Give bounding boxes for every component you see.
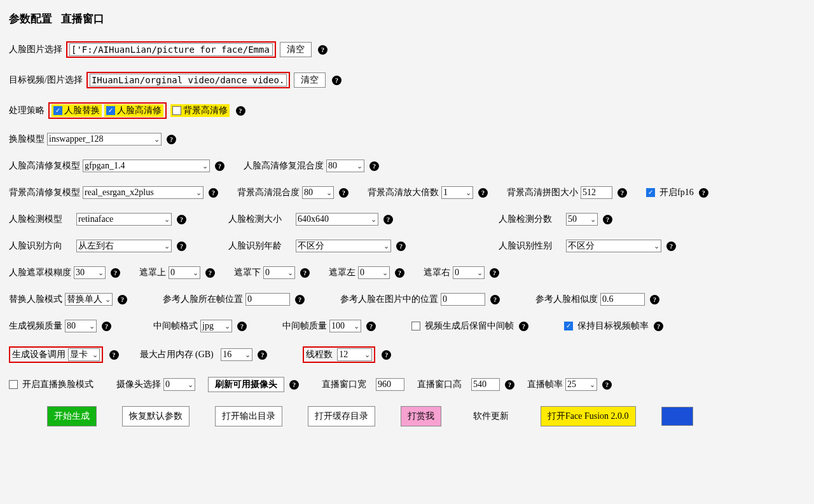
ref-pic-pos-label: 参考人脸在图片中的位置	[340, 294, 438, 305]
live-fps-select[interactable]: 25	[565, 378, 597, 391]
ref-pic-pos-input[interactable]	[441, 293, 485, 306]
help-icon[interactable]: ?	[490, 268, 499, 278]
open-cache-button[interactable]: 打开缓存目录	[308, 406, 375, 426]
mid-fmt-select[interactable]: jpg	[200, 320, 232, 332]
help-icon[interactable]: ?	[209, 188, 218, 198]
help-icon[interactable]: ?	[215, 161, 224, 171]
help-icon[interactable]: ?	[300, 268, 310, 278]
tab-config[interactable]: 参数配置	[9, 11, 52, 29]
help-icon[interactable]: ?	[617, 188, 627, 198]
live-mode-checkbox[interactable]	[9, 380, 18, 389]
bg-hd-model-select[interactable]: real_esrgan_x2plus	[83, 186, 204, 199]
tab-live[interactable]: 直播窗口	[61, 11, 104, 29]
help-icon[interactable]: ?	[109, 350, 119, 360]
fp16-checkbox[interactable]: ✓	[646, 188, 655, 197]
help-icon[interactable]: ?	[236, 106, 245, 116]
mask-bottom-select[interactable]: 0	[263, 266, 295, 279]
target-video-label: 目标视频/图片选择	[9, 74, 83, 86]
face-image-input[interactable]	[69, 43, 273, 56]
help-icon[interactable]: ?	[102, 322, 111, 331]
help-icon[interactable]: ?	[519, 322, 528, 331]
update-button[interactable]: 软件更新	[467, 407, 515, 426]
max-mem-select[interactable]: 16	[221, 348, 252, 361]
strategy-swap-checkbox[interactable]: ✓	[53, 106, 62, 115]
keep-mid-checkbox[interactable]	[411, 322, 420, 330]
swap-model-select[interactable]: inswapper_128	[47, 133, 162, 146]
video-quality-select[interactable]: 80	[65, 320, 97, 332]
help-icon[interactable]: ?	[383, 215, 393, 224]
face-age-select[interactable]: 不区分	[296, 240, 391, 252]
swap-model-label: 换脸模型	[9, 133, 45, 145]
help-icon[interactable]: ?	[602, 380, 612, 390]
bg-hd-blend-select[interactable]: 80	[302, 186, 334, 199]
mask-left-select[interactable]: 0	[358, 266, 390, 279]
help-icon[interactable]: ?	[295, 295, 305, 304]
help-icon[interactable]: ?	[478, 188, 488, 198]
help-icon[interactable]: ?	[490, 295, 500, 304]
mask-right-label: 遮罩右	[424, 267, 450, 278]
face-dir-select[interactable]: 从左到右	[76, 240, 172, 252]
live-h-label: 直播窗口高	[417, 379, 462, 390]
reward-button[interactable]: 打赏我	[401, 406, 441, 426]
help-icon[interactable]: ?	[339, 188, 348, 198]
threads-select[interactable]: 12	[337, 348, 372, 361]
cam-refresh-button[interactable]: 刷新可用摄像头	[208, 377, 284, 392]
start-button[interactable]: 开始生成	[47, 406, 97, 426]
detect-model-select[interactable]: retinaface	[76, 213, 172, 226]
help-icon[interactable]: ?	[332, 76, 341, 85]
keep-mid-label: 视频生成后保留中间帧	[425, 320, 514, 332]
help-icon[interactable]: ?	[603, 215, 612, 224]
video-quality-label: 生成视频质量	[9, 320, 62, 332]
help-icon[interactable]: ?	[366, 322, 376, 331]
help-icon[interactable]: ?	[258, 350, 267, 360]
help-icon[interactable]: ?	[205, 268, 215, 278]
bg-hd-model-label: 背景高清修复模型	[9, 187, 80, 198]
help-icon[interactable]: ?	[699, 188, 708, 198]
help-icon[interactable]: ?	[167, 135, 176, 144]
mask-blur-select[interactable]: 30	[74, 266, 106, 279]
strategy-hd-checkbox[interactable]: ✓	[106, 106, 115, 115]
help-icon[interactable]: ?	[382, 350, 391, 360]
face-image-clear-button[interactable]: 清空	[280, 42, 312, 57]
help-icon[interactable]: ?	[369, 161, 379, 171]
face-hd-blend-select[interactable]: 80	[326, 160, 364, 172]
help-icon[interactable]: ?	[177, 242, 186, 251]
ref-sim-input[interactable]	[600, 293, 645, 306]
help-icon[interactable]: ?	[396, 242, 406, 251]
last-button[interactable]: ········	[661, 407, 693, 426]
bg-scale-select[interactable]: 1	[441, 186, 473, 199]
detect-score-select[interactable]: 50	[566, 213, 598, 226]
live-h-input[interactable]	[471, 378, 500, 391]
help-icon[interactable]: ?	[237, 322, 247, 331]
help-icon[interactable]: ?	[177, 215, 186, 224]
replace-mode-select[interactable]: 替换单人	[65, 293, 113, 306]
reset-button[interactable]: 恢复默认参数	[122, 406, 190, 426]
target-video-clear-button[interactable]: 清空	[294, 72, 326, 88]
live-w-input[interactable]	[376, 378, 404, 391]
help-icon[interactable]: ?	[395, 268, 404, 278]
help-icon[interactable]: ?	[666, 242, 676, 251]
ref-frame-input[interactable]	[245, 293, 290, 306]
help-icon[interactable]: ?	[111, 268, 120, 278]
strategy-bg-checkbox[interactable]	[172, 106, 181, 115]
cam-select[interactable]: 0	[163, 378, 195, 391]
help-icon[interactable]: ?	[505, 380, 514, 390]
face-image-label: 人脸图片选择	[9, 44, 62, 55]
help-icon[interactable]: ?	[289, 380, 299, 390]
bg-tile-input[interactable]	[581, 186, 612, 199]
face-gender-select[interactable]: 不区分	[566, 240, 661, 252]
detect-size-select[interactable]: 640x640	[296, 213, 378, 226]
help-icon[interactable]: ?	[650, 295, 659, 304]
target-video-input[interactable]	[90, 74, 287, 86]
mid-quality-select[interactable]: 100	[329, 320, 361, 332]
mask-right-select[interactable]: 0	[453, 266, 485, 279]
face-hd-model-select[interactable]: gfpgan_1.4	[83, 160, 210, 172]
help-icon[interactable]: ?	[318, 45, 328, 55]
help-icon[interactable]: ?	[654, 322, 663, 331]
device-select[interactable]: 显卡	[68, 348, 100, 361]
open-output-button[interactable]: 打开输出目录	[215, 406, 282, 426]
open-facefusion-button[interactable]: 打开Face Fusion 2.0.0	[541, 406, 636, 426]
help-icon[interactable]: ?	[118, 295, 127, 304]
keep-fps-checkbox[interactable]: ✓	[564, 322, 573, 330]
mask-top-select[interactable]: 0	[169, 266, 200, 279]
